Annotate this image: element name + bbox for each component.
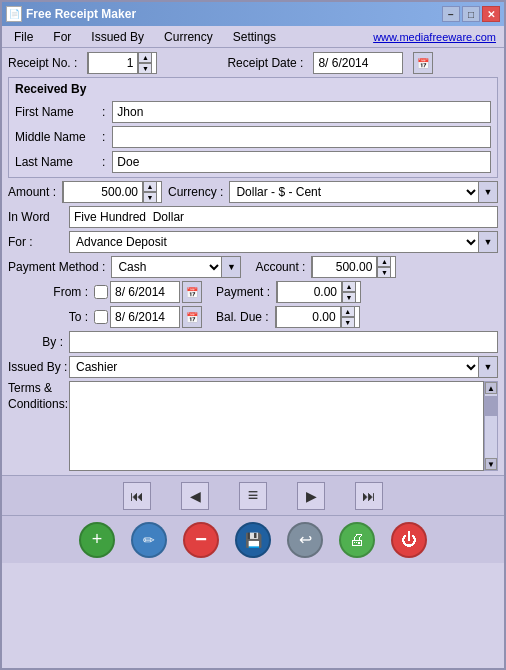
menu-settings[interactable]: Settings	[225, 28, 284, 46]
receipt-no-down[interactable]: ▼	[138, 63, 152, 74]
bal-due-input[interactable]	[276, 306, 341, 328]
for-select[interactable]: Advance Deposit Payment Deposit Other	[69, 231, 479, 253]
close-button[interactable]: ✕	[482, 6, 500, 22]
first-record-button[interactable]: ⏮	[123, 482, 151, 510]
in-word-input[interactable]	[69, 206, 498, 228]
payment-method-container: Cash Check Credit Card Bank Transfer ▼	[111, 256, 241, 278]
payment-down[interactable]: ▼	[342, 292, 356, 303]
to-calendar-btn[interactable]: 📅	[182, 306, 202, 328]
receipt-no-spinner[interactable]: ▲ ▼	[87, 52, 157, 74]
scroll-up-arrow[interactable]: ▲	[485, 382, 497, 394]
undo-button[interactable]: ↩	[287, 522, 323, 558]
bal-due-spinner[interactable]: ▲ ▼	[275, 306, 360, 328]
by-row: By :	[8, 331, 498, 353]
website-link[interactable]: www.mediafreeware.com	[373, 31, 500, 43]
payment-method-arrow[interactable]: ▼	[221, 256, 241, 278]
payment-spinner-btns: ▲ ▼	[342, 281, 356, 303]
middle-name-row: Middle Name :	[15, 126, 491, 148]
main-window: 📄 Free Receipt Maker − □ ✕ File For Issu…	[0, 0, 506, 670]
receipt-date-calendar[interactable]: 📅	[413, 52, 433, 74]
currency-dropdown-arrow[interactable]: ▼	[478, 181, 498, 203]
menu-file[interactable]: File	[6, 28, 41, 46]
last-name-input[interactable]	[112, 151, 491, 173]
prev-record-button[interactable]: ◀	[181, 482, 209, 510]
minimize-button[interactable]: −	[442, 6, 460, 22]
scroll-down-arrow[interactable]: ▼	[485, 458, 497, 470]
terms-scrollbar[interactable]: ▲ ▼	[484, 381, 498, 471]
amount-up[interactable]: ▲	[143, 181, 157, 192]
receipt-date-label: Receipt Date :	[227, 56, 303, 70]
payment-label: Payment :	[216, 285, 270, 299]
menu-for[interactable]: For	[45, 28, 79, 46]
for-dropdown-arrow[interactable]: ▼	[478, 231, 498, 253]
to-date-input[interactable]	[110, 306, 180, 328]
from-calendar-btn[interactable]: 📅	[182, 281, 202, 303]
bal-due-up[interactable]: ▲	[341, 306, 355, 317]
currency-select-container: Dollar - $ - Cent Euro - € - Cent Pound …	[229, 181, 498, 203]
maximize-button[interactable]: □	[462, 6, 480, 22]
to-label: To :	[8, 310, 88, 324]
menu-issued-by[interactable]: Issued By	[83, 28, 152, 46]
terms-label: Terms & Conditions:	[8, 381, 63, 412]
amount-row: Amount : ▲ ▼ Currency : Dollar - $ - Cen…	[8, 181, 498, 203]
payment-up[interactable]: ▲	[342, 281, 356, 292]
first-name-label: First Name	[15, 105, 95, 119]
terms-textarea[interactable]	[69, 381, 484, 471]
account-up[interactable]: ▲	[377, 256, 391, 267]
menu-currency[interactable]: Currency	[156, 28, 221, 46]
amount-label: Amount :	[8, 185, 56, 199]
account-down[interactable]: ▼	[377, 267, 391, 278]
receipt-no-input[interactable]	[88, 52, 138, 74]
from-date-input[interactable]	[110, 281, 180, 303]
to-bal-row: To : 📅 Bal. Due : ▲ ▼	[8, 306, 498, 328]
for-row: For : Advance Deposit Payment Deposit Ot…	[8, 231, 498, 253]
account-spinner[interactable]: ▲ ▼	[311, 256, 396, 278]
from-checkbox[interactable]	[94, 285, 108, 299]
terms-row: Terms & Conditions: ▲ ▼	[8, 381, 498, 471]
list-button[interactable]: ≡	[239, 482, 267, 510]
edit-button[interactable]: ✏	[131, 522, 167, 558]
issued-by-select[interactable]: Cashier Manager Supervisor	[69, 356, 479, 378]
title-bar-controls: − □ ✕	[442, 6, 500, 22]
receipt-no-up[interactable]: ▲	[138, 52, 152, 63]
save-button[interactable]: 💾	[235, 522, 271, 558]
add-button[interactable]: +	[79, 522, 115, 558]
issued-by-label: Issued By :	[8, 360, 63, 374]
first-name-colon: :	[102, 105, 105, 119]
to-checkbox[interactable]	[94, 310, 108, 324]
currency-select[interactable]: Dollar - $ - Cent Euro - € - Cent Pound …	[229, 181, 479, 203]
in-word-label: In Word	[8, 210, 63, 224]
exit-button[interactable]: ⏻	[391, 522, 427, 558]
bottom-toolbar: + ✏ − 💾 ↩ 🖨 ⏻	[2, 515, 504, 563]
from-label: From :	[8, 285, 88, 299]
window-title: Free Receipt Maker	[26, 7, 136, 21]
receipt-date-input[interactable]	[313, 52, 403, 74]
payment-method-select[interactable]: Cash Check Credit Card Bank Transfer	[111, 256, 222, 278]
payment-account-row: Payment Method : Cash Check Credit Card …	[8, 256, 498, 278]
amount-input[interactable]	[63, 181, 143, 203]
bal-due-spinner-btns: ▲ ▼	[341, 306, 355, 328]
scroll-thumb[interactable]	[485, 396, 497, 416]
delete-button[interactable]: −	[183, 522, 219, 558]
bal-due-down[interactable]: ▼	[341, 317, 355, 328]
to-date-group: 📅	[94, 306, 202, 328]
last-record-button[interactable]: ⏭	[355, 482, 383, 510]
next-record-button[interactable]: ▶	[297, 482, 325, 510]
amount-spinner[interactable]: ▲ ▼	[62, 181, 162, 203]
by-label: By :	[8, 335, 63, 349]
amount-down[interactable]: ▼	[143, 192, 157, 203]
first-name-input[interactable]	[112, 101, 491, 123]
by-input[interactable]	[69, 331, 498, 353]
print-button[interactable]: 🖨	[339, 522, 375, 558]
from-date-group: 📅	[94, 281, 202, 303]
account-input[interactable]	[312, 256, 377, 278]
payment-spinner[interactable]: ▲ ▼	[276, 281, 361, 303]
last-name-colon: :	[102, 155, 105, 169]
issued-by-row: Issued By : Cashier Manager Supervisor ▼	[8, 356, 498, 378]
issued-by-arrow[interactable]: ▼	[478, 356, 498, 378]
received-by-title: Received By	[15, 82, 491, 96]
payment-input[interactable]	[277, 281, 342, 303]
middle-name-input[interactable]	[112, 126, 491, 148]
bal-due-label: Bal. Due :	[216, 310, 269, 324]
bottom-nav: ⏮ ◀ ≡ ▶ ⏭	[2, 475, 504, 515]
